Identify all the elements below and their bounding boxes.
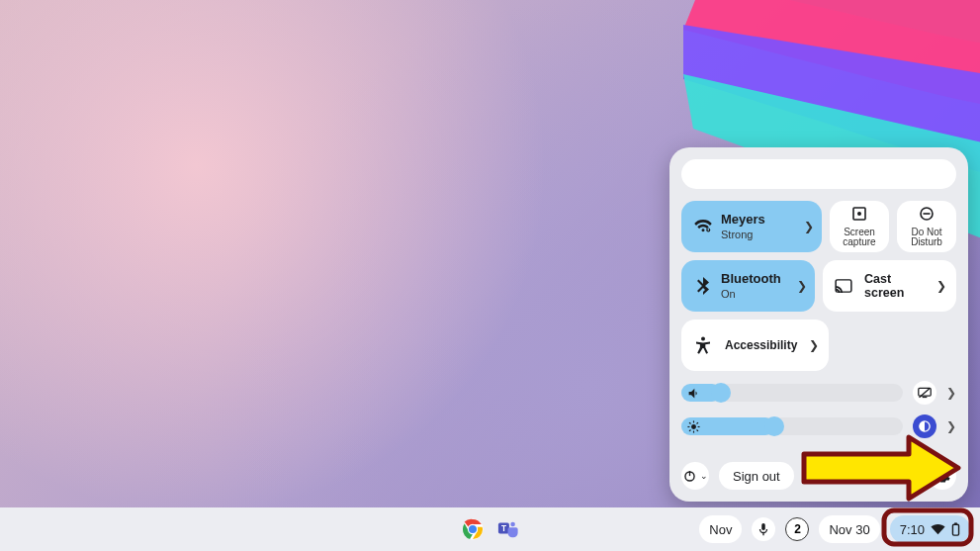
svg-rect-32	[954, 522, 957, 524]
teams-icon[interactable]: T	[496, 517, 520, 541]
svg-rect-6	[924, 213, 931, 215]
accessibility-icon	[693, 336, 713, 354]
svg-point-29	[510, 522, 515, 527]
bluetooth-status: On	[721, 288, 789, 300]
volume-slider[interactable]	[681, 384, 903, 402]
quick-settings-search[interactable]	[681, 159, 956, 189]
svg-rect-30	[762, 523, 766, 530]
shelf-time: 7:10	[900, 522, 925, 537]
dnd-icon	[919, 206, 935, 226]
volume-icon	[687, 387, 700, 400]
chevron-right-icon[interactable]: ❯	[797, 279, 807, 293]
chevron-right-icon[interactable]: ❯	[946, 419, 956, 433]
svg-point-4	[857, 212, 861, 216]
svg-line-20	[697, 422, 698, 423]
night-light-button[interactable]	[913, 414, 936, 438]
svg-line-17	[689, 422, 690, 423]
power-button[interactable]: ⌄	[681, 462, 709, 490]
brightness-icon	[687, 420, 700, 433]
dnd-tile[interactable]: Do NotDisturb	[897, 201, 956, 252]
quick-settings-footer: ⌄ Sign out	[681, 460, 956, 492]
audio-output-button[interactable]	[913, 381, 936, 405]
chevron-right-icon[interactable]: ❯	[936, 279, 946, 293]
gear-icon	[935, 469, 950, 484]
mic-icon[interactable]	[752, 517, 775, 541]
settings-button[interactable]	[929, 462, 956, 490]
cast-tile[interactable]: Cast screen ❯	[823, 260, 956, 312]
svg-point-8	[701, 337, 705, 341]
notification-badge[interactable]: 2	[785, 517, 809, 541]
shelf-month[interactable]: Nov	[699, 515, 742, 543]
status-tray[interactable]: 7:10	[890, 515, 970, 543]
cast-label: Cast screen	[864, 272, 925, 300]
accessibility-tile[interactable]: Accessibility ❯	[681, 320, 829, 371]
desktop: Meyers Strong ❯ Screencapture Do NotDist…	[0, 0, 980, 551]
svg-rect-10	[923, 397, 928, 398]
wifi-tile[interactable]: Meyers Strong ❯	[681, 201, 822, 252]
wifi-icon	[931, 524, 945, 535]
svg-point-12	[691, 424, 696, 429]
bluetooth-icon	[693, 277, 713, 295]
wifi-name: Meyers	[721, 213, 796, 227]
chevron-right-icon[interactable]: ❯	[804, 220, 814, 233]
sign-out-button[interactable]: Sign out	[719, 462, 794, 490]
chevron-right-icon[interactable]: ❯	[809, 338, 819, 352]
wifi-signal: Strong	[721, 229, 796, 240]
chrome-icon[interactable]	[461, 517, 485, 541]
battery-icon	[951, 522, 960, 536]
svg-point-2	[708, 229, 709, 230]
quick-settings-panel: Meyers Strong ❯ Screencapture Do NotDist…	[669, 147, 968, 502]
svg-rect-31	[952, 524, 958, 535]
wifi-icon	[693, 220, 713, 233]
svg-line-19	[689, 429, 690, 430]
cast-icon	[835, 279, 852, 293]
shelf-date[interactable]: Nov 30	[819, 515, 879, 543]
svg-line-18	[697, 429, 698, 430]
bluetooth-label: Bluetooth	[721, 272, 789, 286]
screen-capture-tile[interactable]: Screencapture	[830, 201, 889, 252]
chevron-right-icon[interactable]: ❯	[946, 386, 956, 400]
screen-capture-icon	[851, 206, 867, 226]
bluetooth-tile[interactable]: Bluetooth On ❯	[681, 260, 815, 312]
svg-rect-23	[688, 471, 689, 476]
svg-text:T: T	[500, 524, 505, 533]
shelf: T Nov 2 Nov 30 7:10	[0, 507, 980, 551]
accessibility-label: Accessibility	[725, 338, 797, 352]
brightness-slider[interactable]	[681, 417, 903, 435]
